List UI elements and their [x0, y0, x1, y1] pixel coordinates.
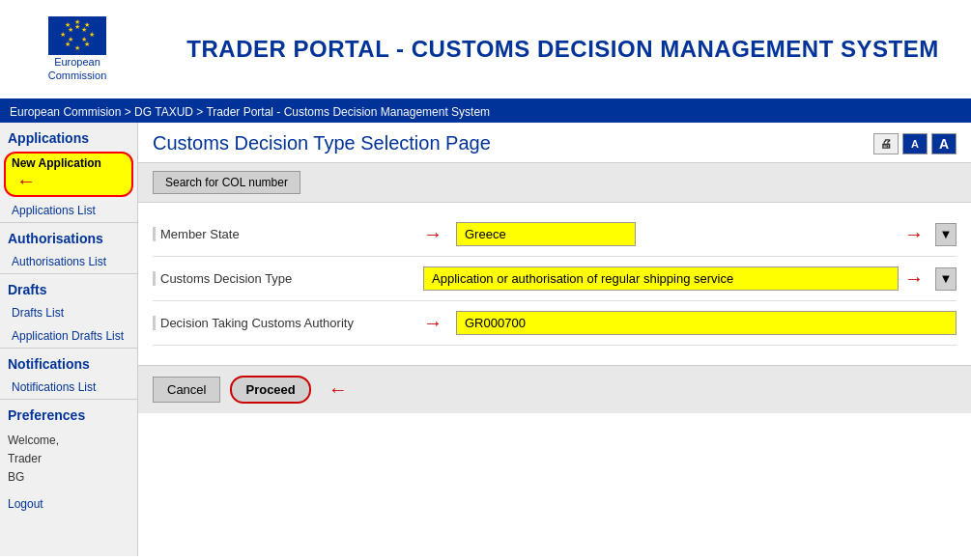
proceed-button[interactable]: Proceed	[230, 376, 310, 404]
decision-taking-arrow-icon: →	[423, 312, 443, 334]
customs-decision-type-select-wrapper: → ▼	[423, 266, 957, 291]
customs-decision-dropdown-arrow-icon: →	[904, 267, 924, 290]
page-main-title: TRADER PORTAL - CUSTOMS DECISION MANAGEM…	[186, 36, 938, 63]
main-content: Customs Decision Type Selection Page 🖨 A…	[138, 123, 971, 556]
svg-text:★: ★	[68, 26, 73, 33]
decision-taking-row: Decision Taking Customs Authority →	[153, 301, 957, 346]
logo-area: ★ ★ ★ ★ ★ ★ ★ ★ ★ ★ ★ ★ ★ European Commi…	[0, 7, 155, 93]
breadcrumb-separator-2: >	[196, 105, 206, 119]
sidebar-section-drafts: Drafts	[0, 273, 137, 301]
main-layout: Applications New Application ← Applicati…	[0, 123, 971, 556]
sidebar-arrow-icon: ←	[16, 170, 36, 192]
font-large-button[interactable]: A	[931, 133, 957, 154]
search-bar: Search for COL number	[138, 162, 971, 203]
svg-text:★: ★	[81, 36, 87, 42]
main-header-row: Customs Decision Type Selection Page 🖨 A…	[138, 123, 971, 162]
sidebar: Applications New Application ← Applicati…	[0, 123, 138, 556]
svg-text:★: ★	[74, 44, 80, 51]
decision-taking-control: →	[423, 311, 957, 335]
sidebar-section-authorisations: Authorisations	[0, 222, 137, 250]
member-state-input[interactable]	[456, 222, 636, 246]
breadcrumb-separator: >	[125, 105, 134, 119]
sidebar-item-notifications-list[interactable]: Notifications List	[0, 376, 137, 399]
customs-decision-type-label: Customs Decision Type	[153, 271, 423, 286]
customs-decision-type-row: Customs Decision Type → ▼	[153, 257, 957, 301]
breadcrumb: European Commision > DG TAXUD > Trader P…	[0, 101, 971, 123]
sidebar-item-authorisations-list[interactable]: Authorisations List	[0, 250, 137, 273]
svg-text:★: ★	[81, 26, 87, 33]
member-state-dropdown-arrow-icon: →	[904, 223, 924, 245]
decision-taking-input[interactable]	[456, 311, 957, 335]
form-area: Member State → → ▼ Customs Decision Type	[138, 203, 971, 355]
print-button[interactable]: 🖨	[873, 133, 899, 154]
eu-flag-icon: ★ ★ ★ ★ ★ ★ ★ ★ ★ ★ ★ ★ ★	[48, 16, 106, 55]
sidebar-section-applications: Applications	[0, 123, 137, 150]
svg-text:★: ★	[68, 36, 73, 42]
sidebar-welcome-text: Welcome,TraderBG	[0, 427, 137, 492]
sidebar-logout-link[interactable]: Logout	[0, 492, 137, 516]
sidebar-item-applications-list[interactable]: Applications List	[0, 199, 137, 222]
proceed-arrow-icon: ←	[328, 378, 348, 401]
member-state-dropdown-button[interactable]: ▼	[935, 223, 957, 246]
search-col-button[interactable]: Search for COL number	[153, 171, 300, 194]
sidebar-section-notifications: Notifications	[0, 348, 137, 376]
customs-decision-type-input[interactable]	[423, 266, 899, 291]
logo-text: European Commission	[48, 55, 107, 83]
sidebar-item-drafts-list[interactable]: Drafts List	[0, 301, 137, 324]
breadcrumb-item-1[interactable]: European Commision	[10, 105, 121, 119]
sidebar-item-application-drafts-list[interactable]: Application Drafts List	[0, 324, 137, 348]
member-state-row: Member State → → ▼	[153, 212, 957, 257]
svg-text:★: ★	[74, 23, 80, 30]
page-title: Customs Decision Type Selection Page	[153, 132, 491, 154]
action-bar: Cancel Proceed ←	[138, 365, 971, 413]
member-state-arrow-icon: →	[423, 223, 443, 245]
decision-taking-label: Decision Taking Customs Authority	[153, 316, 423, 330]
cancel-button[interactable]: Cancel	[153, 377, 220, 403]
customs-decision-dropdown-button[interactable]: ▼	[935, 267, 957, 291]
svg-text:★: ★	[89, 31, 95, 38]
font-small-button[interactable]: A	[902, 133, 928, 154]
svg-text:★: ★	[60, 31, 66, 38]
customs-decision-type-control: → ▼	[423, 266, 957, 291]
member-state-select-wrapper: → ▼	[456, 222, 957, 246]
member-state-label: Member State	[153, 227, 423, 241]
breadcrumb-item-3[interactable]: Trader Portal - Customs Decision Managem…	[206, 105, 490, 119]
header: ★ ★ ★ ★ ★ ★ ★ ★ ★ ★ ★ ★ ★ European Commi…	[0, 0, 971, 101]
sidebar-section-preferences: Preferences	[0, 399, 137, 427]
header-title-area: TRADER PORTAL - CUSTOMS DECISION MANAGEM…	[155, 36, 971, 63]
main-toolbar: 🖨 A A	[873, 133, 957, 154]
sidebar-item-new-application[interactable]: New Application ←	[4, 152, 133, 197]
member-state-control: → → ▼	[423, 222, 957, 246]
breadcrumb-item-2[interactable]: DG TAXUD	[134, 105, 193, 119]
